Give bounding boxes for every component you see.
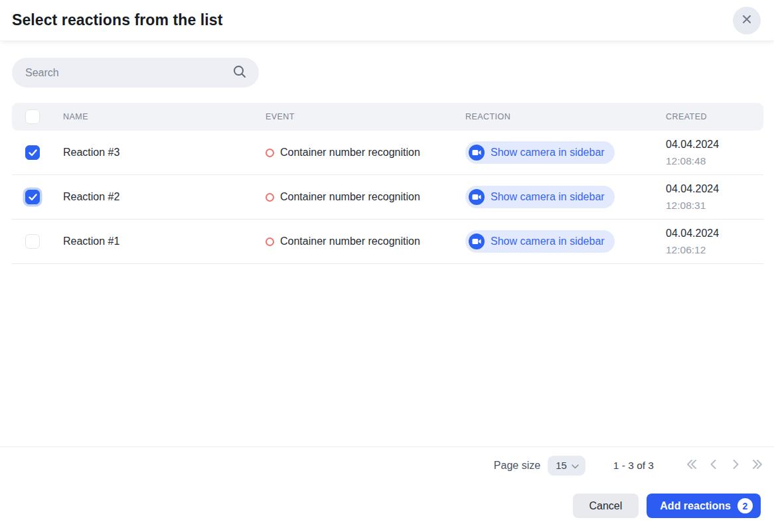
search-bar[interactable] (12, 58, 259, 88)
chevron-left-icon (706, 457, 721, 474)
reaction-label: Show camera in sidebar (491, 191, 605, 203)
last-page-button[interactable] (750, 458, 765, 473)
row-checkbox[interactable] (25, 190, 40, 204)
created-date: 04.04.2024 (666, 180, 763, 197)
cancel-button[interactable]: Cancel (573, 494, 639, 518)
created-time: 12:08:31 (666, 197, 763, 214)
add-reactions-label: Add reactions (660, 500, 731, 512)
event-ring-icon (266, 193, 274, 202)
close-icon (741, 14, 752, 27)
next-page-button[interactable] (728, 458, 743, 473)
column-header-event: EVENT (266, 112, 465, 121)
reaction-badge[interactable]: Show camera in sidebar (465, 141, 615, 164)
selected-count-badge: 2 (737, 498, 753, 513)
modal-footer: Cancel Add reactions 2 (0, 484, 774, 532)
modal-header: Select reactions from the list (0, 0, 774, 41)
video-camera-icon (469, 233, 485, 249)
search-icon (232, 64, 247, 82)
table-row: Reaction #2 Container number recognition… (12, 175, 763, 220)
select-all-checkbox[interactable] (25, 109, 40, 124)
table-header-row: NAME EVENT REACTION CREATED (12, 103, 763, 131)
column-header-created: CREATED (666, 112, 763, 121)
checkmark-icon (29, 194, 37, 201)
event-ring-icon (266, 149, 274, 157)
table-row: Reaction #1 Container number recognition… (12, 220, 763, 264)
row-checkbox[interactable] (25, 145, 40, 160)
column-header-name: NAME (63, 112, 266, 121)
first-page-button[interactable] (684, 458, 699, 473)
pagination-range: 1 - 3 of 3 (613, 460, 654, 472)
reactions-table: NAME EVENT REACTION CREATED Reaction #3 … (12, 103, 763, 264)
reaction-badge[interactable]: Show camera in sidebar (465, 186, 615, 208)
reaction-badge[interactable]: Show camera in sidebar (465, 230, 615, 253)
modal-body: NAME EVENT REACTION CREATED Reaction #3 … (0, 41, 774, 446)
event-label: Container number recognition (280, 191, 420, 203)
event-ring-icon (266, 237, 274, 246)
page-size-label: Page size (494, 460, 540, 472)
table-row: Reaction #3 Container number recognition… (12, 131, 763, 175)
reaction-label: Show camera in sidebar (491, 147, 605, 159)
created-time: 12:08:48 (666, 153, 763, 169)
search-input[interactable] (25, 67, 232, 79)
created-date: 04.04.2024 (666, 136, 763, 153)
video-camera-icon (469, 145, 485, 161)
event-label: Container number recognition (280, 235, 420, 247)
page-size-value: 15 (556, 460, 567, 471)
pagination-bar: Page size 15 1 - 3 of 3 (0, 446, 774, 484)
chevron-down-icon (567, 460, 579, 471)
video-camera-icon (469, 189, 485, 205)
column-header-reaction: REACTION (465, 112, 666, 121)
close-button[interactable] (733, 7, 761, 34)
created-time: 12:06:12 (666, 241, 763, 258)
reaction-name: Reaction #3 (63, 147, 266, 159)
add-reactions-button[interactable]: Add reactions 2 (647, 494, 761, 518)
prev-page-button[interactable] (706, 458, 721, 473)
double-chevron-right-icon (750, 457, 765, 474)
modal-title: Select reactions from the list (12, 11, 222, 29)
chevron-right-icon (728, 457, 743, 474)
reaction-name: Reaction #2 (63, 191, 266, 203)
double-chevron-left-icon (684, 457, 699, 474)
created-date: 04.04.2024 (666, 225, 763, 241)
reaction-label: Show camera in sidebar (491, 235, 605, 247)
reaction-name: Reaction #1 (63, 235, 266, 247)
page-size-select[interactable]: 15 (548, 456, 585, 476)
event-label: Container number recognition (280, 147, 420, 159)
row-checkbox[interactable] (25, 234, 40, 249)
checkmark-icon (29, 149, 37, 157)
